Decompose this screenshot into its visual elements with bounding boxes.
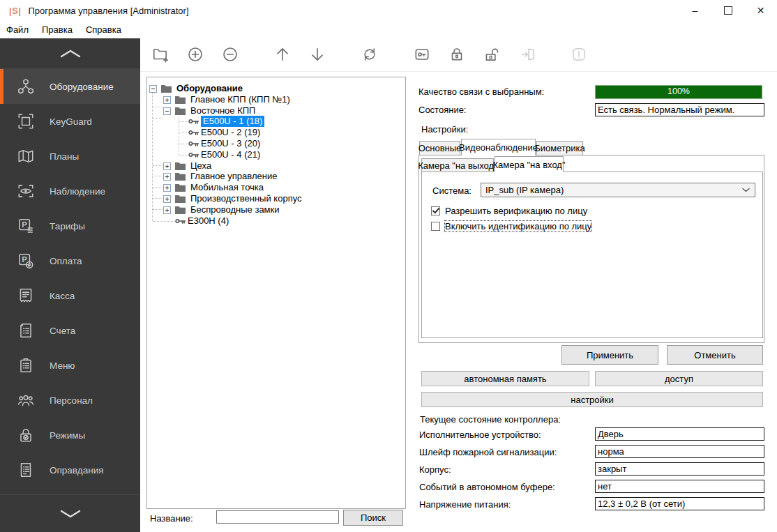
verification-checkbox-row[interactable]: Разрешить верификацию по лицу [431, 206, 587, 216]
tab-main[interactable]: Основные [419, 141, 460, 155]
observation-icon [17, 182, 35, 200]
sidebar-item-label: Меню [50, 360, 75, 371]
tree-row[interactable]: Восточное КПП [147, 105, 404, 116]
subtab-camera-entry[interactable]: Камера "на вход" [495, 156, 564, 172]
keycard-button[interactable] [413, 45, 431, 63]
tree-row[interactable]: Главное КПП (КПП №1) [147, 94, 404, 105]
sidebar-item-label: Оправдания [50, 465, 104, 476]
sidebar-item-equipment[interactable]: Оборудование [0, 69, 140, 104]
collapse-expander[interactable] [163, 107, 171, 115]
tree-row[interactable]: Главное управление [147, 171, 404, 182]
tree-label: Производственный корпус [190, 193, 302, 204]
tab-biometrics[interactable]: Биометрика [536, 141, 583, 155]
state-label: Состояние: [418, 105, 466, 115]
titlebar: |S| Программа управления [Administrator]… [0, 0, 777, 21]
tree-label: Цеха [190, 160, 211, 172]
sidebar-item-label: KeyGuard [50, 116, 92, 127]
autonomous-memory-button[interactable]: автономная память [421, 371, 589, 386]
collapse-expander[interactable] [149, 85, 157, 93]
sidebar-item-modes[interactable]: Режимы [0, 418, 140, 453]
sidebar-item-label: Счета [50, 326, 75, 336]
access-button[interactable]: доступ [595, 371, 763, 386]
key-icon [188, 129, 199, 136]
add-group-button[interactable] [151, 45, 169, 63]
expand-expander[interactable] [163, 173, 171, 181]
sidebar-scroll-down[interactable] [0, 494, 140, 532]
tree-row[interactable]: E500U - 4 (21) [147, 149, 404, 160]
menu-icon [17, 356, 35, 374]
tree-row[interactable]: Оборудование [147, 83, 404, 94]
device-tree: Оборудование Главное КПП (КПП №1) Восточ… [146, 77, 406, 509]
folder-icon [175, 172, 186, 181]
tab-video[interactable]: Видеонаблюдение [461, 139, 536, 155]
folder-icon [175, 96, 186, 104]
menu-help[interactable]: Справка [80, 24, 128, 35]
identification-checkbox-row[interactable]: Включить идентификацию по лицу [431, 221, 591, 231]
search-button[interactable]: Поиск [343, 510, 403, 526]
sidebar-item-accounts[interactable]: Счета [0, 313, 140, 348]
expand-expander[interactable] [163, 206, 171, 214]
unlock-button[interactable] [483, 45, 501, 63]
tree-row[interactable]: Беспроводные замки [147, 204, 404, 215]
sidebar-item-tariffs[interactable]: P Тарифы [0, 208, 140, 243]
close-button[interactable]: ✕ [744, 0, 777, 21]
tree-row[interactable]: E500U - 2 (19) [147, 127, 404, 138]
key-icon [188, 118, 199, 125]
expand-expander[interactable] [163, 195, 171, 203]
add-device-button[interactable] [186, 45, 204, 63]
tariffs-icon: P [17, 217, 35, 235]
controller-settings-button[interactable]: настройки [421, 392, 763, 407]
tree-row[interactable]: E500U - 3 (20) [147, 138, 404, 149]
sidebar-item-excuses[interactable]: Оправдания [0, 453, 140, 487]
sidebar-item-keyguard[interactable]: KeyGuard [0, 104, 140, 139]
toolbar [140, 38, 777, 72]
sidebar-item-observation[interactable]: Наблюдение [0, 174, 140, 208]
sidebar-item-label: Планы [50, 151, 79, 162]
move-down-button[interactable] [308, 45, 326, 63]
sidebar-item-cashdesk[interactable]: Касса [0, 278, 140, 313]
status-label: Шлейф пожарной сигнализации: [419, 447, 557, 457]
cashdesk-icon [17, 287, 35, 305]
tree-row[interactable]: Цеха [147, 160, 404, 172]
sidebar-item-payment[interactable]: P ₽ Оплата [0, 243, 140, 278]
remove-device-button[interactable] [221, 45, 239, 63]
maximize-button[interactable] [711, 0, 744, 21]
cancel-button[interactable]: Отменить [667, 345, 763, 365]
accounts-icon [17, 321, 35, 340]
alert-button[interactable] [570, 45, 588, 63]
sidebar-item-menu[interactable]: Меню [0, 348, 140, 383]
tree-row[interactable]: Мобильная точка [147, 182, 404, 193]
search-input[interactable] [216, 510, 339, 524]
expand-expander[interactable] [163, 184, 171, 192]
folder-icon [175, 183, 186, 192]
state-value-box: Есть связь. Нормальный режим. [595, 103, 764, 116]
expand-expander[interactable] [163, 162, 171, 170]
apply-button[interactable]: Применить [561, 345, 658, 365]
lock-button[interactable] [448, 45, 466, 63]
door-exit-icon [519, 45, 537, 63]
tree-row[interactable]: Производственный корпус [147, 193, 404, 204]
refresh-button[interactable] [361, 45, 379, 63]
controller-state-title: Текущее состояние контроллера: [420, 414, 561, 425]
equipment-icon [17, 77, 35, 96]
sidebar-scroll-up[interactable] [0, 38, 140, 69]
expand-expander[interactable] [163, 96, 171, 104]
status-label: Событий в автономном буфере: [419, 482, 555, 492]
move-up-button[interactable] [273, 45, 292, 63]
status-label: Напряжение питания: [419, 499, 511, 510]
window-title: Программа управления [Administrator] [28, 6, 188, 16]
sidebar-item-personnel[interactable]: Персонал [0, 383, 140, 418]
tree-row-selected[interactable]: E500U - 1 (18) [147, 116, 404, 127]
system-select[interactable]: IP_sub (IP камера) [481, 183, 755, 197]
door-exit-button[interactable] [519, 45, 537, 63]
folder-icon [161, 84, 172, 93]
tree-row[interactable]: E300H (4) [147, 215, 404, 227]
menu-file[interactable]: Файл [0, 24, 36, 35]
sidebar-item-plans[interactable]: Планы [0, 139, 140, 174]
minimize-button[interactable]: – [679, 0, 711, 21]
menu-edit[interactable]: Правка [36, 24, 80, 35]
checkbox-checked-icon[interactable] [431, 206, 440, 215]
checkbox-unchecked-icon[interactable] [431, 222, 440, 231]
quality-label: Качество связи с выбранным: [418, 86, 544, 97]
subtab-camera-exit[interactable]: Камера "на выход" [421, 158, 494, 172]
